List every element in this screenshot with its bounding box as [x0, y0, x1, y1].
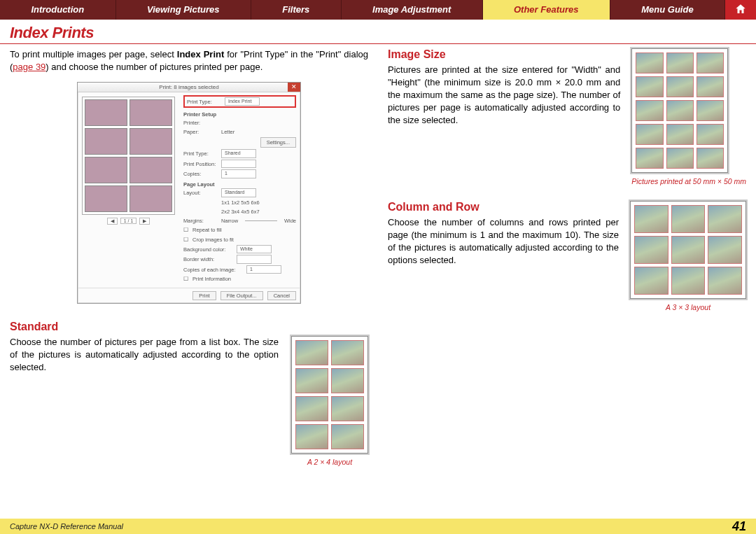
bgcolor-value: White: [237, 245, 272, 254]
print-type-value2: Shared: [221, 149, 256, 158]
intro-text-post: ) and choose the number of pictures prin…: [46, 62, 262, 72]
bgcolor-label: Background color:: [183, 246, 232, 253]
left-column: To print multiple images per page, selec…: [10, 48, 368, 517]
tab-other-features[interactable]: Other Features: [483, 0, 610, 20]
print-position-label: Print Position:: [183, 160, 217, 168]
page-link[interactable]: page 39: [13, 62, 46, 72]
sheet-3x3: [630, 201, 746, 299]
standard-heading: Standard: [10, 321, 368, 333]
slider-wide: Wide: [284, 217, 296, 225]
footer-manual-title: Capture NX-D Reference Manual: [10, 522, 123, 531]
cancel-button: Cancel: [267, 291, 296, 300]
standard-caption: A 2 × 4 layout: [291, 458, 368, 466]
dialog-preview-pane: ◀ 1 / 1 ▶: [78, 92, 179, 288]
layout-grid-row1: 1x1 1x2 5x5 6x6: [221, 199, 260, 206]
page-indicator: 1 / 1: [120, 218, 137, 224]
copies-each-value: 1: [246, 265, 281, 274]
layout-grid-row2: 2x2 3x4 4x5 6x7: [221, 208, 260, 216]
tab-filters[interactable]: Filters: [251, 0, 342, 20]
margins-label: Margins:: [183, 217, 217, 225]
page-title: Index Prints: [0, 20, 756, 43]
paper-value: Letter: [221, 128, 234, 136]
copies-value: 1: [221, 169, 256, 178]
top-nav: Introduction Viewing Pictures Filters Im…: [0, 0, 756, 20]
printer-setup-label: Printer Setup: [183, 111, 296, 118]
crop-checkbox-label: Crop images to fit: [192, 236, 234, 244]
column-row-figure: A 3 × 3 layout: [630, 201, 746, 311]
standard-text: Choose the number of pictures per page f…: [10, 336, 279, 374]
page-layout-label: Page Layout: [183, 181, 296, 188]
tab-introduction[interactable]: Introduction: [0, 0, 116, 20]
intro-text-pre: To print multiple images per page, selec…: [10, 49, 177, 59]
border-label: Border width:: [183, 255, 232, 263]
tab-menu-guide[interactable]: Menu Guide: [610, 0, 725, 20]
copies-label: Copies:: [183, 170, 217, 178]
image-size-heading: Image Size: [388, 48, 620, 61]
next-page-icon: ▶: [139, 218, 150, 225]
dialog-button-row: Print File Output... Cancel: [78, 288, 300, 303]
intro-paragraph: To print multiple images per page, selec…: [10, 48, 368, 73]
standard-figure: A 2 × 4 layout: [291, 336, 368, 466]
print-dialog-figure: Print: 8 images selected ✕ ◀ 1 / 1 ▶: [77, 82, 301, 304]
image-size-caption: Pictures printed at 50 mm × 50 mm: [631, 177, 746, 185]
image-size-text: Pictures are printed at the size entered…: [388, 64, 620, 127]
image-size-figure: Pictures printed at 50 mm × 50 mm: [631, 48, 746, 185]
dialog-page-nav: ◀ 1 / 1 ▶: [82, 218, 175, 225]
print-type-label2: Print Type:: [183, 150, 217, 157]
file-output-button: File Output...: [220, 291, 263, 300]
column-row-caption: A 3 × 3 layout: [630, 303, 746, 311]
print-type-label: Print Type:: [187, 98, 220, 106]
dialog-title: Print: 8 images selected: [159, 84, 218, 90]
home-icon: [734, 3, 747, 17]
sheet-50mm: [631, 48, 728, 173]
right-column: Image Size Pictures are printed at the s…: [388, 48, 746, 517]
print-type-highlight: Print Type: Index Print: [183, 95, 296, 108]
print-button: Print: [192, 291, 216, 300]
settings-button: Settings...: [260, 137, 296, 148]
layout-label: Layout:: [183, 189, 217, 197]
slider-narrow: Narrow: [221, 217, 238, 225]
dialog-settings-pane: Print Type: Index Print Printer Setup Pr…: [179, 92, 300, 288]
repeat-checkbox-label: Repeat to fill: [192, 226, 222, 234]
printer-label: Printer:: [183, 119, 217, 127]
printinfo-checkbox-label: Print Information: [192, 275, 231, 283]
content: To print multiple images per page, selec…: [0, 48, 756, 517]
dialog-titlebar: Print: 8 images selected ✕: [78, 83, 300, 92]
close-icon: ✕: [288, 83, 300, 92]
footer: Capture NX-D Reference Manual 41: [0, 519, 756, 534]
footer-page-number: 41: [732, 519, 746, 534]
sheet-2x4: [291, 336, 368, 454]
title-rule: [0, 43, 756, 44]
column-row-heading: Column and Row: [388, 201, 619, 213]
home-button[interactable]: [725, 0, 756, 20]
dialog-preview-sheet: [82, 97, 175, 215]
tab-viewing-pictures[interactable]: Viewing Pictures: [116, 0, 251, 20]
print-type-value: Index Print: [225, 97, 260, 106]
column-row-text: Choose the number of columns and rows pr…: [388, 216, 619, 267]
prev-page-icon: ◀: [107, 218, 118, 225]
intro-text-bold: Index Print: [177, 49, 225, 59]
paper-label: Paper:: [183, 128, 217, 136]
copies-each-label: Copies of each image:: [183, 266, 242, 274]
tab-image-adjustment[interactable]: Image Adjustment: [342, 0, 483, 20]
layout-value: Standard: [221, 188, 256, 197]
